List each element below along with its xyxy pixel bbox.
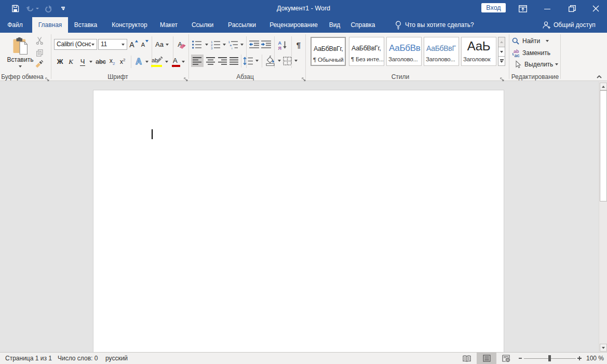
- zoom-in-button[interactable]: [577, 353, 582, 364]
- font-color-dropdown[interactable]: [180, 56, 186, 68]
- restore-button[interactable]: [568, 0, 576, 17]
- subscript-button[interactable]: x2: [107, 56, 117, 68]
- highlight-button[interactable]: ab: [151, 56, 163, 68]
- tab-design[interactable]: Конструктор: [107, 17, 152, 33]
- style-heading2[interactable]: АаБбВвГ Заголово...: [424, 37, 459, 66]
- underline-dropdown[interactable]: [88, 56, 94, 68]
- font-name-combo[interactable]: Calibri (Оснс: [54, 39, 97, 50]
- tell-me-box[interactable]: Что вы хотите сделать?: [395, 17, 474, 33]
- tab-view[interactable]: Вид: [327, 17, 342, 33]
- scroll-down-button[interactable]: [600, 344, 607, 352]
- find-button[interactable]: Найти: [512, 37, 559, 45]
- vertical-scrollbar[interactable]: [599, 82, 607, 352]
- paste-button[interactable]: Вставить: [7, 36, 33, 69]
- print-layout-button[interactable]: [477, 353, 496, 364]
- underline-button[interactable]: Ч: [77, 56, 88, 68]
- numbering-dropdown[interactable]: [221, 39, 227, 50]
- copy-button[interactable]: [35, 49, 44, 57]
- select-button[interactable]: Выделить: [512, 60, 559, 69]
- styles-scroll-up[interactable]: [498, 37, 505, 47]
- italic-button[interactable]: К: [66, 56, 76, 68]
- multilevel-list-button[interactable]: 1 a i: [227, 39, 239, 50]
- font-size-combo[interactable]: 11: [98, 39, 127, 50]
- change-case-button[interactable]: Aa: [154, 39, 170, 50]
- justify-button[interactable]: [228, 55, 240, 67]
- strikethrough-button[interactable]: abc: [95, 56, 107, 68]
- tab-file[interactable]: Файл: [3, 17, 27, 33]
- bullets-button[interactable]: [191, 39, 203, 50]
- shading-button[interactable]: [264, 55, 276, 67]
- shrink-font-button[interactable]: А: [140, 39, 150, 50]
- line-spacing-button[interactable]: [242, 55, 254, 67]
- styles-dialog-launcher[interactable]: [500, 75, 505, 79]
- signin-button[interactable]: Вход: [481, 3, 506, 12]
- highlight-dropdown[interactable]: [164, 56, 170, 68]
- tab-review[interactable]: Рецензирование: [266, 17, 321, 33]
- line-spacing-dropdown[interactable]: [254, 55, 260, 67]
- style-normal[interactable]: АаБбВвГг, ¶ Обычный: [311, 37, 346, 66]
- zoom-level[interactable]: 100 %: [586, 353, 603, 364]
- align-left-button[interactable]: [191, 55, 204, 67]
- web-layout-button[interactable]: [496, 353, 516, 364]
- triangle-down-icon: [500, 61, 503, 63]
- superscript-button[interactable]: x2: [117, 56, 128, 68]
- tab-mailings[interactable]: Рассылки: [224, 17, 260, 33]
- tab-layout[interactable]: Макет: [157, 17, 181, 33]
- chevron-down-icon: [122, 44, 125, 46]
- decrease-indent-icon: [249, 40, 260, 49]
- numbering-button[interactable]: 1 2 3: [210, 39, 221, 50]
- collapse-ribbon-button[interactable]: [594, 74, 604, 80]
- read-mode-button[interactable]: [457, 353, 477, 364]
- ribbon-display-options-icon: [519, 5, 527, 12]
- minimize-button[interactable]: [543, 0, 551, 17]
- clipboard-dialog-launcher[interactable]: [45, 75, 50, 79]
- align-center-button[interactable]: [205, 55, 217, 67]
- clear-formatting-button[interactable]: А: [176, 39, 188, 50]
- page-indicator[interactable]: Страница 1 из 1: [5, 353, 52, 364]
- decrease-indent-button[interactable]: [248, 39, 260, 50]
- group-divider: [560, 34, 561, 79]
- zoom-slider-handle[interactable]: [548, 355, 551, 361]
- replace-button[interactable]: ab ac Заменить: [512, 49, 559, 57]
- document-page[interactable]: [93, 90, 504, 352]
- multilevel-dropdown[interactable]: [239, 39, 245, 50]
- style-title[interactable]: АаЬ Заголовок: [461, 37, 496, 66]
- font-dialog-launcher[interactable]: [184, 75, 188, 79]
- increase-indent-button[interactable]: [260, 39, 272, 50]
- chevron-down-icon: [555, 63, 558, 65]
- text-effects-button[interactable]: А: [133, 56, 144, 68]
- styles-scroll-down[interactable]: [498, 47, 505, 57]
- close-button[interactable]: [591, 0, 600, 17]
- select-label: Выделить: [524, 61, 553, 68]
- scroll-up-button[interactable]: [600, 83, 607, 90]
- grow-font-button[interactable]: А: [128, 39, 139, 50]
- format-painter-button[interactable]: [35, 60, 44, 69]
- group-divider: [188, 34, 189, 79]
- text-effects-dropdown[interactable]: [144, 56, 150, 68]
- word-count[interactable]: Число слов: 0: [58, 353, 98, 364]
- bold-button[interactable]: Ж: [55, 56, 65, 68]
- bullets-dropdown[interactable]: [204, 39, 209, 50]
- tab-help[interactable]: Справка: [349, 17, 377, 33]
- align-right-button[interactable]: [217, 55, 229, 67]
- line-spacing-icon: [243, 57, 253, 65]
- style-no-spacing[interactable]: АаБбВвГг, ¶ Без инте...: [349, 37, 384, 66]
- tab-home[interactable]: Главная: [32, 17, 68, 33]
- styles-gallery-more[interactable]: [498, 56, 505, 66]
- sort-button[interactable]: А Я: [276, 39, 289, 50]
- borders-icon: [283, 57, 292, 65]
- highlighter-pen-icon: [155, 56, 163, 64]
- tab-references[interactable]: Ссылки: [188, 17, 217, 33]
- cut-button[interactable]: [35, 36, 44, 45]
- borders-button[interactable]: [281, 55, 293, 67]
- style-heading1[interactable]: АаБбВв Заголово...: [386, 37, 422, 66]
- scrollbar-thumb[interactable]: [600, 90, 607, 201]
- borders-dropdown[interactable]: [293, 55, 299, 67]
- ribbon-display-options-button[interactable]: [518, 0, 528, 17]
- share-button[interactable]: Общий доступ: [542, 17, 596, 33]
- clipboard-group-label: Буфер обмена: [0, 73, 45, 80]
- zoom-out-button[interactable]: [518, 353, 523, 364]
- tab-insert[interactable]: Вставка: [72, 17, 100, 33]
- show-formatting-button[interactable]: ¶: [293, 39, 304, 50]
- language-indicator[interactable]: русский: [105, 353, 128, 364]
